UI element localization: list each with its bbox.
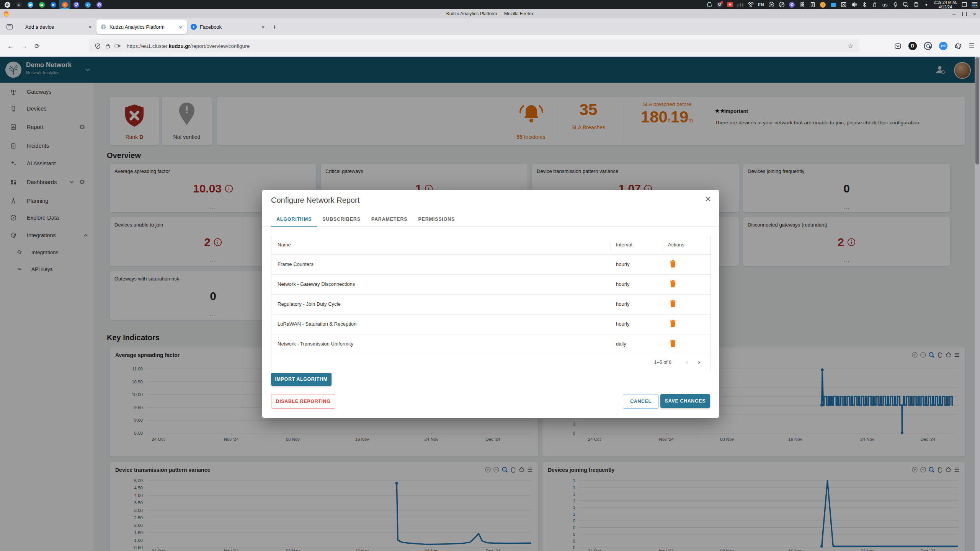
table-header: Name Interval Actions xyxy=(271,236,710,255)
close-tab-icon[interactable]: × xyxy=(88,24,93,30)
page-viewport: Demo Network Network Analytics GatewaysD… xyxy=(0,57,980,551)
screenshot-icon[interactable] xyxy=(841,2,847,8)
algorithm-row[interactable]: Frame Countershourly xyxy=(271,254,710,275)
algorithm-row[interactable]: Network - Gateway Disconnectionshourly xyxy=(271,274,710,295)
column-actions: Actions xyxy=(668,242,684,248)
algorithms-table: Name Interval Actions Frame Countershour… xyxy=(271,236,711,371)
algorithm-row[interactable]: Network - Transmission Uniformitydaily xyxy=(271,334,710,354)
algorithm-row[interactable]: LoRaWAN - Saturation & Receptionhourly xyxy=(271,314,710,334)
usb-icon[interactable] xyxy=(872,2,878,8)
hamburger-menu-icon[interactable]: ☰ xyxy=(969,42,975,50)
tab-manager-icon[interactable] xyxy=(3,20,16,33)
tab-label: Facebook xyxy=(200,24,258,30)
close-tab-icon[interactable]: × xyxy=(261,24,266,30)
phone-sync-icon[interactable] xyxy=(799,2,805,8)
close-window-button[interactable]: × xyxy=(973,11,976,17)
tab-facebook[interactable]: fFacebook× xyxy=(187,20,270,34)
media-play-icon[interactable] xyxy=(768,2,774,8)
lock-icon[interactable] xyxy=(105,43,111,49)
discord-tray-icon[interactable]: ᗜ xyxy=(717,2,723,8)
clock-date: 4/12/24 xyxy=(934,5,957,9)
pocket-icon[interactable] xyxy=(894,42,902,50)
forward-button[interactable]: → xyxy=(21,42,28,50)
delete-trash-icon[interactable] xyxy=(670,280,676,288)
minimize-button[interactable] xyxy=(952,15,956,15)
disable-reporting-button[interactable]: DISABLE REPORTING xyxy=(271,394,335,409)
algorithm-row[interactable]: Regulatory - Join Duty Cyclehourly xyxy=(271,294,710,315)
dialog-tabs: ALGORITHMSSUBSCRIBERSPARAMETERSPERMISSIO… xyxy=(271,214,460,227)
screen: ⚙≡▰≋➤●ᗜ◁✆ ᗜ❖♪❙❙EN✆↑us▾2:19:24 M.M.4/12/2… xyxy=(0,0,980,551)
language-en-label[interactable]: EN xyxy=(758,2,764,8)
save-changes-button[interactable]: SAVE CHANGES xyxy=(660,394,710,408)
dialog-tab-parameters[interactable]: PARAMETERS xyxy=(366,214,413,227)
zoom-icon[interactable]: zm xyxy=(939,42,947,50)
tracking-shield-icon[interactable] xyxy=(95,43,101,49)
red-diamond-icon[interactable]: ❖ xyxy=(727,2,733,8)
algorithm-interval: daily xyxy=(616,341,626,347)
bookmark-star-icon[interactable]: ☆ xyxy=(848,42,854,50)
scrollbar-thumb[interactable] xyxy=(975,57,979,165)
delete-trash-icon[interactable] xyxy=(670,260,676,268)
tray-expand-caret-icon[interactable]: ▾ xyxy=(923,2,929,8)
spotify-taskbar-icon[interactable]: ≋ xyxy=(36,0,47,9)
show-desktop-icon[interactable] xyxy=(961,2,967,8)
notification-bell-icon[interactable] xyxy=(706,2,712,8)
maximize-button[interactable] xyxy=(962,12,967,16)
bluetooth-icon[interactable] xyxy=(861,2,867,8)
close-icon[interactable]: ✕ xyxy=(705,194,712,204)
viber-tray-icon[interactable]: ✆ xyxy=(789,2,795,8)
next-page-icon[interactable]: › xyxy=(693,359,705,366)
message-indicator-icon[interactable] xyxy=(830,2,836,8)
microphone-icon[interactable] xyxy=(892,2,898,8)
steam-icon[interactable] xyxy=(779,2,785,8)
delete-trash-icon[interactable] xyxy=(670,300,676,308)
duckduckgo-icon[interactable]: D xyxy=(908,42,917,50)
algorithm-name: Network - Gateway Disconnections xyxy=(278,281,355,287)
network-monitor-icon[interactable] xyxy=(903,2,909,8)
file-manager-taskbar-icon[interactable]: ▰ xyxy=(24,0,36,9)
permissions-icon[interactable] xyxy=(114,43,121,49)
dropbox-icon[interactable] xyxy=(748,2,754,8)
clipboard-tray-icon[interactable] xyxy=(810,2,816,8)
delete-trash-icon[interactable] xyxy=(670,320,676,328)
window-titlebar[interactable]: Kudzu Analytics Platform — Mozilla Firef… xyxy=(0,9,980,19)
scrollbar[interactable] xyxy=(975,57,980,551)
delete-trash-icon[interactable] xyxy=(670,339,676,347)
discord-taskbar-icon[interactable]: ᗜ xyxy=(70,0,82,9)
back-button[interactable]: ← xyxy=(7,42,14,50)
onepassword-icon[interactable] xyxy=(924,42,932,50)
dialog-tab-subscribers[interactable]: SUBSCRIBERS xyxy=(317,214,366,227)
firefox-taskbar-icon[interactable]: ● xyxy=(59,0,70,9)
music-player-icon[interactable]: ♪❙❙ xyxy=(737,2,743,8)
tab-kudzu-analytics-platform[interactable]: Kudzu Analytics Platform× xyxy=(96,20,187,34)
cancel-button[interactable]: CANCEL xyxy=(623,394,659,409)
dialog-title: Configure Network Report xyxy=(271,196,359,205)
os-taskbar: ⚙≡▰≋➤●ᗜ◁✆ ᗜ❖♪❙❙EN✆↑us▾2:19:24 M.M.4/12/2… xyxy=(0,0,980,9)
new-tab-button[interactable]: + xyxy=(273,23,277,31)
thunderbird-taskbar-icon[interactable]: ➤ xyxy=(47,0,59,9)
tray-clock[interactable]: 2:19:24 M.M.4/12/24 xyxy=(934,0,957,9)
algorithm-name: Frame Counters xyxy=(278,261,314,267)
url-input[interactable]: https://eu1.cluster.kudzu.gr/report/over… xyxy=(89,39,859,52)
calculator-icon[interactable] xyxy=(972,2,978,8)
dialog-tab-algorithms[interactable]: ALGORITHMS xyxy=(271,214,317,227)
tab-add-a-device[interactable]: Add a device× xyxy=(18,20,96,34)
taskbar-apps: ⚙≡▰≋➤●ᗜ◁✆ xyxy=(0,0,105,9)
import-algorithm-button[interactable]: IMPORT ALGORITHM xyxy=(271,373,332,386)
update-available-icon[interactable]: ↑ xyxy=(820,2,826,8)
reload-button[interactable]: ⟳ xyxy=(34,42,39,50)
dialog-tab-permissions[interactable]: PERMISSIONS xyxy=(413,214,460,227)
algorithm-interval: hourly xyxy=(616,261,629,267)
viber-taskbar-icon[interactable]: ✆ xyxy=(93,0,105,9)
keyboard-us-label[interactable]: us xyxy=(882,2,888,8)
volume-icon[interactable] xyxy=(851,2,857,8)
facebook-favicon-icon: f xyxy=(191,24,197,30)
system-settings-taskbar-icon[interactable]: ⚙ xyxy=(2,0,13,9)
column-interval: Interval xyxy=(616,242,632,248)
extensions-puzzle-icon[interactable] xyxy=(954,42,962,50)
tweaks-taskbar-icon[interactable]: ≡ xyxy=(13,0,24,9)
vscode-taskbar-icon[interactable]: ◁ xyxy=(82,0,93,9)
previous-page-icon[interactable]: ‹ xyxy=(681,359,693,366)
printer-icon[interactable] xyxy=(913,2,919,8)
close-tab-icon[interactable]: × xyxy=(178,24,183,30)
